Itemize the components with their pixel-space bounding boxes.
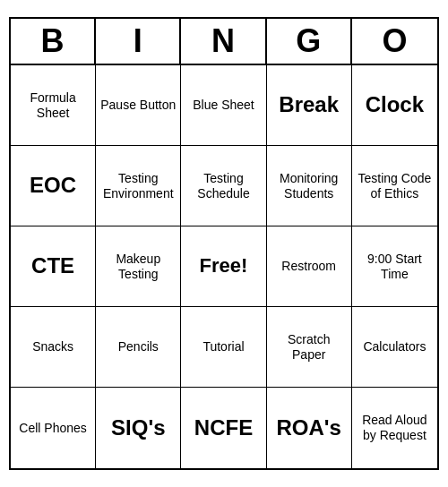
bingo-cell-2[interactable]: Blue Sheet <box>181 65 266 146</box>
bingo-cell-8[interactable]: Monitoring Students <box>267 146 352 226</box>
bingo-cell-19[interactable]: Calculators <box>352 307 437 388</box>
bingo-cell-4[interactable]: Clock <box>352 65 437 146</box>
bingo-cell-13[interactable]: Restroom <box>267 226 352 307</box>
bingo-cell-24[interactable]: Read Aloud by Request <box>352 388 437 468</box>
bingo-cell-11[interactable]: Makeup Testing <box>96 226 181 307</box>
bingo-grid: Formula SheetPause ButtonBlue SheetBreak… <box>11 65 437 468</box>
bingo-card: B I N G O Formula SheetPause ButtonBlue … <box>9 17 439 470</box>
bingo-cell-16[interactable]: Pencils <box>96 307 181 388</box>
bingo-cell-20[interactable]: Cell Phones <box>11 388 96 468</box>
bingo-cell-18[interactable]: Scratch Paper <box>267 307 352 388</box>
header-g: G <box>267 19 352 64</box>
bingo-cell-6[interactable]: Testing Environment <box>96 146 181 226</box>
bingo-cell-9[interactable]: Testing Code of Ethics <box>352 146 437 226</box>
bingo-header: B I N G O <box>11 19 437 65</box>
bingo-cell-12[interactable]: Free! <box>181 226 266 307</box>
bingo-cell-23[interactable]: ROA's <box>267 388 352 468</box>
bingo-cell-3[interactable]: Break <box>267 65 352 146</box>
bingo-cell-22[interactable]: NCFE <box>181 388 266 468</box>
header-o: O <box>352 19 437 64</box>
bingo-cell-21[interactable]: SIQ's <box>96 388 181 468</box>
bingo-cell-15[interactable]: Snacks <box>11 307 96 388</box>
bingo-cell-14[interactable]: 9:00 Start Time <box>352 226 437 307</box>
bingo-cell-17[interactable]: Tutorial <box>181 307 266 388</box>
header-i: I <box>96 19 181 64</box>
bingo-cell-10[interactable]: CTE <box>11 226 96 307</box>
bingo-cell-0[interactable]: Formula Sheet <box>11 65 96 146</box>
bingo-cell-1[interactable]: Pause Button <box>96 65 181 146</box>
header-n: N <box>181 19 266 64</box>
header-b: B <box>11 19 96 64</box>
bingo-cell-5[interactable]: EOC <box>11 146 96 226</box>
bingo-cell-7[interactable]: Testing Schedule <box>181 146 266 226</box>
